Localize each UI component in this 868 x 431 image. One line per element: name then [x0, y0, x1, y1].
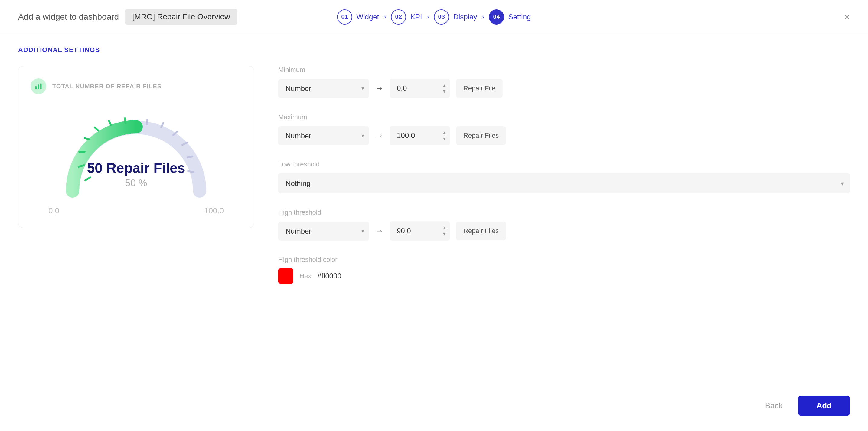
svg-line-10: [147, 120, 147, 124]
close-button[interactable]: ×: [844, 12, 850, 22]
low-threshold-select[interactable]: Nothing: [278, 173, 850, 193]
minimum-arrow-icon: →: [375, 84, 383, 93]
svg-line-3: [85, 177, 90, 180]
svg-rect-0: [35, 86, 37, 89]
svg-text:50 Repair Files: 50 Repair Files: [87, 160, 185, 176]
minimum-controls: Number ▾ → ▲ ▼ Repair File: [278, 79, 850, 98]
gauge-svg-wrapper: 50 Repair Files 50 % 0.0 100.0: [31, 100, 242, 216]
high-threshold-increment-btn[interactable]: ▲: [441, 225, 447, 231]
bar-chart-icon: [34, 82, 43, 90]
high-threshold-type-wrapper[interactable]: Number ▾: [278, 222, 369, 240]
step-label-4: Setting: [508, 13, 531, 21]
content-area: TOTAL NUMBER OF REPAIR FILES: [18, 66, 850, 284]
header: Add a widget to dashboard [MRO] Repair F…: [0, 0, 868, 34]
step-2: 02 KPI: [391, 9, 422, 25]
maximum-controls: Number ▾ → ▲ ▼ Repair Files: [278, 126, 850, 145]
minimum-type-wrapper[interactable]: Number ▾: [278, 79, 369, 98]
high-threshold-controls: Number ▾ → ▲ ▼ Repair Files: [278, 221, 850, 240]
gauge-svg: 50 Repair Files 50 %: [49, 100, 224, 203]
svg-text:50 %: 50 %: [125, 177, 147, 188]
high-threshold-row: High threshold Number ▾ → ▲ ▼: [278, 208, 850, 240]
gauge-icon: [31, 78, 46, 94]
svg-line-6: [85, 138, 90, 140]
minimum-value-input[interactable]: [390, 79, 450, 98]
maximum-input-wrapper: ▲ ▼: [390, 126, 450, 145]
high-threshold-label: High threshold: [278, 208, 850, 217]
high-threshold-type-select[interactable]: Number: [278, 222, 369, 240]
maximum-label: Maximum: [278, 113, 850, 121]
step-4: 04 Setting: [489, 9, 531, 25]
widget-title-badge: [MRO] Repair File Overview: [125, 9, 238, 25]
step-circle-2: 02: [391, 9, 406, 25]
minimum-row: Minimum Number ▾ → ▲ ▼: [278, 66, 850, 98]
svg-line-7: [95, 127, 98, 131]
arrow-2: ›: [427, 13, 429, 21]
gauge-container: TOTAL NUMBER OF REPAIR FILES: [18, 66, 254, 228]
maximum-arrow-icon: →: [375, 131, 383, 140]
settings-panel: Minimum Number ▾ → ▲ ▼: [278, 66, 850, 284]
maximum-type-wrapper[interactable]: Number ▾: [278, 126, 369, 145]
svg-line-8: [109, 121, 111, 125]
step-circle-3: 03: [434, 9, 449, 25]
high-threshold-value-input[interactable]: [390, 221, 450, 240]
minimum-increment-btn[interactable]: ▲: [441, 83, 447, 88]
main-content: ADDITIONAL SETTINGS TOTAL NUMBER OF REPA…: [0, 34, 868, 296]
step-3: 03 Display: [434, 9, 477, 25]
maximum-spinners: ▲ ▼: [441, 130, 447, 141]
low-threshold-select-wrapper[interactable]: Nothing ▾: [278, 173, 850, 193]
minimum-label: Minimum: [278, 66, 850, 74]
minimum-type-select[interactable]: Number: [278, 79, 369, 98]
svg-rect-1: [38, 84, 39, 89]
footer: Back Add: [755, 396, 850, 416]
color-swatch[interactable]: [278, 268, 293, 284]
maximum-value-input[interactable]: [390, 126, 450, 145]
header-left: Add a widget to dashboard [MRO] Repair F…: [18, 9, 238, 25]
back-button[interactable]: Back: [755, 396, 793, 415]
step-label-1: Widget: [356, 13, 379, 21]
gauge-header: TOTAL NUMBER OF REPAIR FILES: [31, 78, 161, 94]
step-circle-4: 04: [489, 9, 504, 25]
high-threshold-unit-badge: Repair Files: [456, 222, 506, 240]
step-circle-1: 01: [337, 9, 352, 25]
svg-line-14: [187, 156, 192, 157]
hex-label: Hex: [300, 272, 311, 280]
color-row: Hex #ff0000: [278, 268, 850, 284]
high-threshold-color-row: High threshold color Hex #ff0000: [278, 256, 850, 284]
low-threshold-label: Low threshold: [278, 161, 850, 168]
high-threshold-input-wrapper: ▲ ▼: [390, 221, 450, 240]
svg-rect-2: [40, 84, 42, 89]
gauge-labels: 0.0 100.0: [49, 206, 224, 216]
stepper: 01 Widget › 02 KPI › 03 Display › 04 Set…: [337, 9, 531, 25]
step-label-3: Display: [453, 13, 477, 21]
high-threshold-decrement-btn[interactable]: ▼: [441, 231, 447, 237]
maximum-row: Maximum Number ▾ → ▲ ▼: [278, 113, 850, 145]
maximum-increment-btn[interactable]: ▲: [441, 130, 447, 135]
high-threshold-arrow-icon: →: [375, 226, 383, 236]
arrow-3: ›: [482, 13, 484, 21]
step-1: 01 Widget: [337, 9, 379, 25]
low-threshold-row: Low threshold Nothing ▾: [278, 161, 850, 193]
maximum-type-select[interactable]: Number: [278, 126, 369, 145]
svg-line-9: [125, 118, 125, 123]
high-threshold-color-label: High threshold color: [278, 256, 850, 264]
hex-value: #ff0000: [317, 272, 341, 280]
section-title: ADDITIONAL SETTINGS: [18, 46, 850, 54]
minimum-spinners: ▲ ▼: [441, 83, 447, 94]
minimum-input-wrapper: ▲ ▼: [390, 79, 450, 98]
step-label-2: KPI: [410, 13, 422, 21]
arrow-1: ›: [384, 13, 386, 21]
gauge-max-label: 100.0: [204, 206, 224, 216]
minimum-decrement-btn[interactable]: ▼: [441, 89, 447, 94]
high-threshold-spinners: ▲ ▼: [441, 225, 447, 237]
gauge-min-label: 0.0: [49, 206, 59, 216]
maximum-unit-badge: Repair Files: [456, 126, 506, 145]
add-button[interactable]: Add: [798, 396, 850, 416]
gauge-title: TOTAL NUMBER OF REPAIR FILES: [52, 83, 161, 90]
add-widget-label: Add a widget to dashboard: [18, 12, 119, 22]
minimum-unit-badge: Repair File: [456, 79, 503, 98]
svg-line-15: [188, 171, 193, 172]
maximum-decrement-btn[interactable]: ▼: [441, 136, 447, 141]
